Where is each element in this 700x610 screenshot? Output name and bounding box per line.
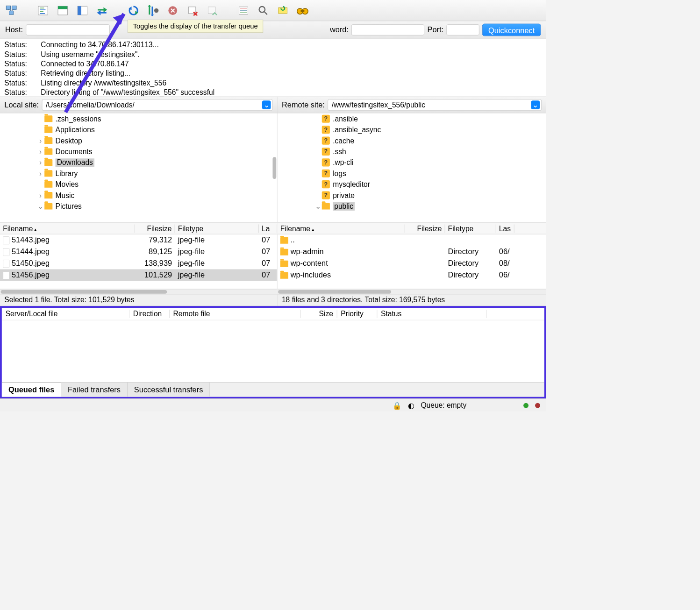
refresh-icon[interactable]	[127, 4, 140, 17]
compare-icon[interactable]	[276, 4, 289, 17]
chevron-down-icon[interactable]: ⌄	[531, 100, 540, 109]
local-file-header[interactable]: Filename Filesize Filetype La	[0, 223, 277, 234]
col-filetype: Filetype	[175, 224, 258, 233]
tree-item[interactable]: ?.ssh	[278, 146, 546, 157]
tab-failed-transfers[interactable]: Failed transfers	[61, 383, 128, 397]
col-modified: Las	[496, 224, 514, 233]
col-filesize: Filesize	[405, 224, 445, 233]
message-log[interactable]: Status:Connecting to 34.70.86.147:30113.…	[0, 39, 546, 97]
host-input[interactable]	[26, 24, 109, 35]
reconnect-icon[interactable]	[206, 4, 219, 17]
svg-rect-0	[6, 6, 10, 9]
toggle-remote-tree-icon[interactable]	[76, 4, 89, 17]
tree-item[interactable]: .zsh_sessions	[0, 113, 277, 124]
cancel-icon[interactable]	[166, 4, 179, 17]
tree-item[interactable]: ?private	[278, 190, 546, 200]
led-green-icon	[523, 403, 529, 408]
remote-status: 18 files and 3 directories. Total size: …	[278, 294, 546, 305]
tree-item[interactable]: Movies	[0, 179, 277, 190]
svg-line-33	[264, 12, 267, 14]
local-status: Selected 1 file. Total size: 101,529 byt…	[0, 294, 277, 305]
chevron-down-icon[interactable]: ⌄	[262, 100, 271, 109]
log-row: Status:Connected to 34.70.86.147	[4, 59, 542, 68]
log-row: Status:Directory listing of "/www/testin…	[4, 87, 542, 97]
disconnect-icon[interactable]	[186, 4, 199, 17]
col-remote-file: Remote file	[170, 310, 301, 318]
tree-item[interactable]: ›Documents	[0, 146, 277, 157]
tree-item[interactable]: ?.cache	[278, 135, 546, 146]
tree-item[interactable]: ›Library	[0, 168, 277, 179]
tree-item[interactable]: ?logs	[278, 168, 546, 179]
password-label: word:	[330, 25, 349, 34]
scrollbar[interactable]	[272, 157, 276, 179]
h-scrollbar[interactable]	[278, 289, 546, 294]
remote-tree[interactable]: ?.ansible?.ansible_async?.cache?.ssh?.wp…	[278, 113, 546, 223]
file-row[interactable]: 51450.jpeg138,939jpeg-file07	[0, 257, 277, 269]
tree-item[interactable]: ›Music	[0, 190, 277, 200]
port-input[interactable]	[446, 24, 479, 35]
col-priority: Priority	[337, 310, 378, 318]
file-row[interactable]: wp-includesDirectory06/	[278, 269, 546, 281]
tree-item[interactable]: ⌄Pictures	[0, 201, 277, 212]
col-modified: La	[259, 224, 277, 233]
col-filename: Filename	[278, 224, 405, 233]
tooltip: Toggles the display of the transfer queu…	[128, 20, 263, 33]
local-path-text: /Users/cornelia/Downloads/	[46, 101, 262, 109]
svg-rect-1	[12, 6, 16, 9]
toggle-log-icon[interactable]	[36, 4, 50, 17]
file-row[interactable]: 51443.jpeg79,312jpeg-file07	[0, 234, 277, 246]
queue-body[interactable]	[2, 320, 544, 383]
binoculars-icon[interactable]	[296, 4, 309, 17]
remote-path-combo[interactable]: /www/testingsitex_556/public ⌄	[328, 99, 542, 111]
filter-icon[interactable]	[237, 4, 250, 17]
log-row: Status:Retrieving directory listing...	[4, 69, 542, 78]
col-filetype: Filetype	[445, 224, 496, 233]
site-manager-icon[interactable]	[5, 4, 18, 17]
svg-line-3	[8, 9, 11, 11]
tab-queued-files[interactable]: Queued files	[2, 383, 61, 397]
col-server-file: Server/Local file	[2, 310, 129, 318]
led-red-icon	[535, 403, 540, 408]
file-row[interactable]: wp-contentDirectory08/	[278, 257, 546, 269]
svg-rect-2	[9, 11, 14, 14]
tree-item[interactable]: ⌄public	[278, 201, 546, 212]
queue-status: Queue: empty	[421, 401, 466, 410]
svg-marker-19	[151, 14, 154, 16]
toggle-local-tree-icon[interactable]	[56, 4, 69, 17]
svg-marker-17	[148, 5, 151, 7]
tab-successful-transfers[interactable]: Successful transfers	[128, 383, 210, 397]
clock-icon: ◐	[408, 401, 414, 410]
quickconnect-button[interactable]: Quickconnect	[482, 23, 541, 36]
svg-point-20	[154, 8, 158, 13]
file-row[interactable]: 51444.jpeg89,125jpeg-file07	[0, 246, 277, 258]
tree-item[interactable]: ?mysqleditor	[278, 179, 546, 190]
col-filesize: Filesize	[135, 224, 175, 233]
process-queue-icon[interactable]	[147, 4, 160, 17]
tree-item[interactable]: ›Downloads	[0, 157, 277, 168]
file-row[interactable]: ..	[278, 234, 546, 246]
status-bar: 🔒 ◐ Queue: empty	[0, 398, 546, 411]
queue-header[interactable]: Server/Local file Direction Remote file …	[2, 308, 544, 320]
transfer-queue: Server/Local file Direction Remote file …	[0, 306, 546, 398]
file-row[interactable]: 51456.jpeg101,529jpeg-file07	[0, 269, 277, 281]
toggle-queue-icon[interactable]	[95, 4, 108, 17]
log-row: Status:Connecting to 34.70.86.147:30113.…	[4, 40, 542, 50]
password-input[interactable]	[351, 24, 424, 35]
main-toolbar: Toggles the display of the transfer queu…	[0, 0, 546, 21]
remote-path-text: /www/testingsitex_556/public	[332, 101, 531, 109]
local-tree[interactable]: .zsh_sessionsApplications›Desktop›Docume…	[0, 113, 277, 223]
tree-item[interactable]: ?.ansible_async	[278, 124, 546, 135]
tree-item[interactable]: ?.ansible	[278, 113, 546, 124]
local-path-combo[interactable]: /Users/cornelia/Downloads/ ⌄	[42, 99, 272, 111]
remote-file-list[interactable]: ..wp-adminDirectory06/wp-contentDirector…	[278, 234, 546, 289]
col-direction: Direction	[129, 310, 170, 318]
remote-file-header[interactable]: Filename Filesize Filetype Las	[278, 223, 546, 234]
tree-item[interactable]: ?.wp-cli	[278, 157, 546, 168]
tree-item[interactable]: ›Desktop	[0, 135, 277, 146]
h-scrollbar[interactable]	[0, 289, 277, 294]
search-icon[interactable]	[257, 4, 270, 17]
local-file-list[interactable]: 51443.jpeg79,312jpeg-file0751444.jpeg89,…	[0, 234, 277, 289]
log-row: Status:Using username "testingsitex".	[4, 50, 542, 59]
file-row[interactable]: wp-adminDirectory06/	[278, 246, 546, 258]
tree-item[interactable]: Applications	[0, 124, 277, 135]
